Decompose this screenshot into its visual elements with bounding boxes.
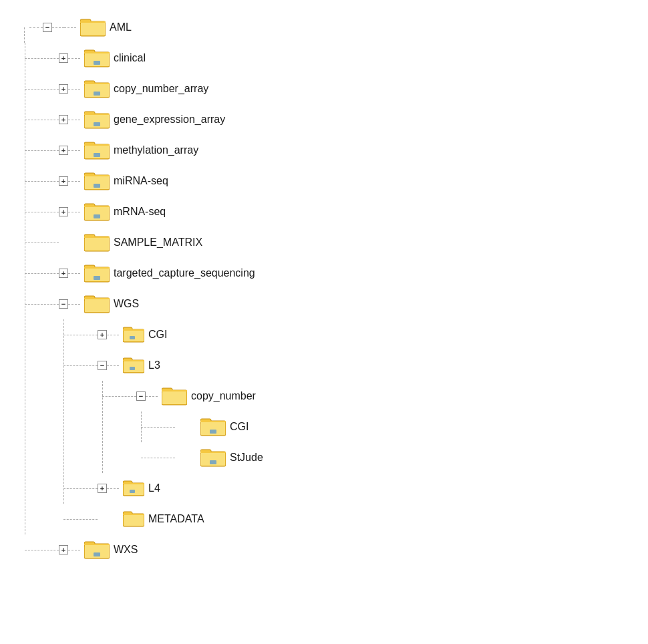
- folder-icon-metadata: [123, 510, 144, 528]
- svg-rect-8: [94, 61, 100, 65]
- tree-row-copy-number-array: + copy_number_array: [59, 73, 648, 104]
- label-l3: L3: [148, 359, 160, 371]
- label-tcs: targeted_capture_sequencing: [114, 267, 255, 279]
- folder-icon-stjude: [200, 447, 226, 468]
- label-sample-matrix: SAMPLE_MATRIX: [114, 236, 202, 249]
- tree-item-l3: − L3: [98, 350, 648, 473]
- svg-rect-7: [84, 52, 110, 53]
- folder-icon-sample-matrix: [84, 232, 110, 253]
- tree-row-mirna-seq: + miRNA-seq: [59, 166, 648, 196]
- folder-icon-cgi-cn: [200, 416, 226, 438]
- tree-item-copy-number: − copy_number: [136, 381, 648, 473]
- toggle-mrna-seq[interactable]: +: [59, 207, 68, 216]
- label-aml: AML: [110, 21, 132, 33]
- tree-row-l3: − L3: [98, 350, 648, 381]
- folder-icon-copy-number: [162, 385, 187, 407]
- svg-rect-75: [130, 490, 135, 493]
- tree-row-cgi-wgs: + CGI: [98, 319, 648, 350]
- tree-row-stjude: StJude: [175, 442, 648, 473]
- toggle-cgi-wgs[interactable]: +: [98, 330, 107, 339]
- label-wxs: WXS: [114, 544, 138, 556]
- svg-rect-79: [123, 514, 144, 515]
- toggle-copy-number-array[interactable]: +: [59, 84, 68, 94]
- toggle-mirna-seq[interactable]: +: [59, 176, 68, 186]
- svg-rect-27: [84, 175, 110, 176]
- tree-row-aml: − AML: [20, 12, 648, 43]
- svg-rect-60: [162, 390, 187, 391]
- svg-rect-28: [94, 184, 100, 188]
- tree-row-tcs: + targeted_capture_sequencing: [59, 258, 648, 289]
- toggle-l4[interactable]: +: [98, 484, 107, 493]
- folder-icon-gene-expression-array: [84, 109, 110, 130]
- toggle-wxs[interactable]: +: [59, 545, 68, 554]
- svg-rect-64: [200, 421, 226, 422]
- folder-icon-tcs: [84, 263, 110, 284]
- toggle-gene-expression-array[interactable]: +: [59, 115, 68, 124]
- folder-icon-l3: [123, 356, 144, 375]
- svg-rect-46: [84, 298, 110, 299]
- folder-icon-wgs: [84, 293, 110, 315]
- toggle-copy-number[interactable]: −: [136, 391, 146, 401]
- file-tree: − AML +: [13, 7, 648, 571]
- svg-rect-37: [84, 236, 110, 238]
- label-copy-number: copy_number: [191, 390, 256, 402]
- svg-rect-69: [200, 452, 226, 453]
- folder-icon-cgi-wgs: [123, 325, 144, 344]
- folder-icon-wxs: [84, 539, 110, 560]
- svg-rect-36: [85, 237, 109, 251]
- label-clinical: clinical: [114, 52, 146, 64]
- svg-rect-41: [84, 267, 110, 269]
- toggle-l3[interactable]: −: [98, 361, 107, 370]
- svg-rect-33: [94, 214, 100, 218]
- svg-rect-22: [84, 144, 110, 146]
- tree-row-l4: + L4: [98, 473, 648, 504]
- tree-item-wgs: − WGS +: [59, 289, 648, 534]
- folder-icon-mrna-seq: [84, 201, 110, 222]
- svg-rect-54: [124, 361, 144, 372]
- tree-row-metadata: METADATA: [98, 504, 648, 534]
- svg-rect-59: [162, 391, 186, 404]
- toggle-tcs[interactable]: +: [59, 269, 68, 278]
- folder-icon-mirna-seq: [84, 170, 110, 192]
- toggle-aml[interactable]: −: [43, 23, 52, 32]
- label-l4: L4: [148, 482, 160, 494]
- folder-icon-methylation-array: [84, 140, 110, 161]
- svg-rect-55: [123, 360, 144, 361]
- folder-icon-aml: [80, 17, 106, 38]
- tree-row-cgi-copy-number: CGI: [175, 412, 648, 442]
- svg-rect-73: [124, 484, 144, 495]
- label-wgs: WGS: [114, 298, 139, 310]
- tree-row-copy-number: − copy_number: [136, 381, 648, 412]
- folder-icon-l4: [123, 479, 144, 498]
- label-gene-expression-array: gene_expression_array: [114, 114, 225, 126]
- label-metadata: METADATA: [148, 513, 204, 525]
- toggle-wgs[interactable]: −: [59, 299, 68, 309]
- tree-row-methylation-array: + methylation_array: [59, 135, 648, 166]
- toggle-clinical[interactable]: +: [59, 53, 68, 63]
- label-mrna-seq: mRNA-seq: [114, 206, 166, 218]
- tree-row-wxs: + WXS: [59, 534, 648, 565]
- svg-rect-65: [210, 430, 216, 434]
- label-copy-number-array: copy_number_array: [114, 83, 208, 95]
- svg-rect-2: [81, 22, 105, 35]
- svg-rect-50: [123, 329, 144, 331]
- tree-row-gene-expression-array: + gene_expression_array: [59, 104, 648, 135]
- label-cgi-wgs: CGI: [148, 329, 167, 341]
- svg-rect-42: [94, 276, 100, 280]
- svg-rect-17: [84, 114, 110, 115]
- svg-rect-32: [84, 206, 110, 207]
- label-methylation-array: methylation_array: [114, 144, 198, 156]
- tree-row-sample-matrix: SAMPLE_MATRIX: [59, 227, 648, 258]
- svg-rect-84: [94, 552, 100, 556]
- svg-rect-12: [84, 83, 110, 84]
- label-mirna-seq: miRNA-seq: [114, 175, 168, 187]
- folder-icon-clinical: [84, 47, 110, 69]
- folder-icon-copy-number-array: [84, 78, 110, 100]
- svg-rect-23: [94, 153, 100, 157]
- svg-rect-83: [84, 544, 110, 545]
- svg-rect-78: [124, 514, 144, 526]
- toggle-methylation-array[interactable]: +: [59, 146, 68, 155]
- svg-rect-18: [94, 122, 100, 126]
- label-cgi-copy-number: CGI: [230, 421, 249, 433]
- svg-rect-56: [130, 367, 135, 370]
